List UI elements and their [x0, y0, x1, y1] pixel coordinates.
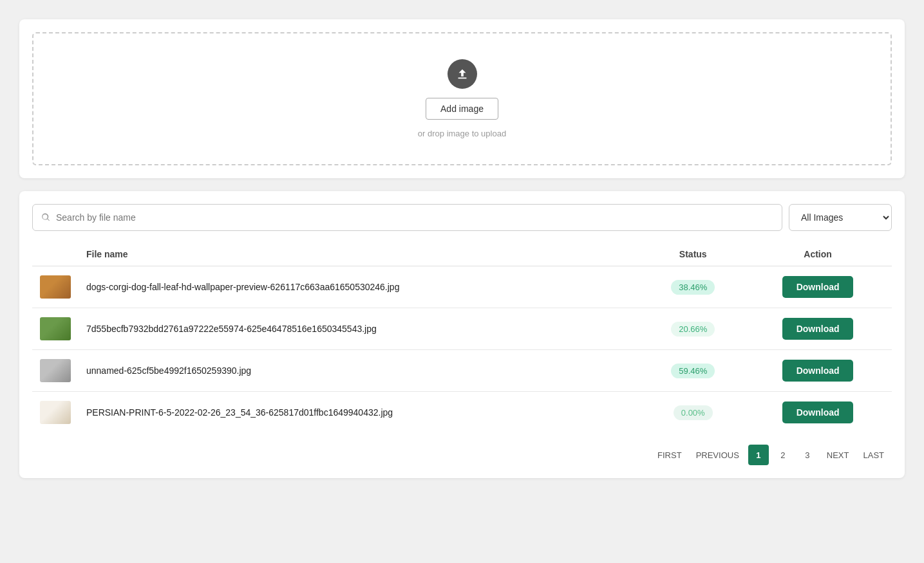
file-name-cell: PERSIAN-PRINT-6-5-2022-02-26_23_54_36-62…	[79, 392, 642, 434]
upload-icon	[448, 59, 477, 89]
table-row: unnamed-625cf5be4992f1650259390.jpg59.46…	[32, 350, 892, 392]
status-badge: 20.66%	[671, 322, 715, 337]
action-cell: Download	[744, 392, 892, 434]
download-button-3[interactable]: Download	[782, 360, 853, 382]
prev-page-button[interactable]: PREVIOUS	[691, 447, 744, 464]
filter-select[interactable]: All ImagesJPGPNGGIFWebP	[789, 204, 892, 231]
search-input[interactable]	[56, 212, 774, 223]
file-name-text: 7d55becfb7932bdd2761a97222e55974-625e464…	[86, 324, 377, 334]
upload-zone[interactable]: Add image or drop image to upload	[32, 32, 892, 165]
file-name-cell: unnamed-625cf5be4992f1650259390.jpg	[79, 350, 642, 392]
file-thumb-cell	[32, 308, 79, 350]
status-cell: 38.46%	[642, 266, 744, 308]
file-name-text: dogs-corgi-dog-fall-leaf-hd-wallpaper-pr…	[86, 282, 399, 292]
action-cell: Download	[744, 266, 892, 308]
file-thumb-cell	[32, 266, 79, 308]
table-row: dogs-corgi-dog-fall-leaf-hd-wallpaper-pr…	[32, 266, 892, 308]
col-filename-header: File name	[79, 243, 642, 266]
status-cell: 0.00%	[642, 392, 744, 434]
file-name-text: PERSIAN-PRINT-6-5-2022-02-26_23_54_36-62…	[86, 407, 393, 418]
file-table: File name Status Action dogs-corgi-dog-f…	[32, 243, 892, 433]
add-image-button[interactable]: Add image	[426, 98, 498, 120]
last-page-button[interactable]: LAST	[858, 447, 889, 464]
col-thumb-header	[32, 243, 79, 266]
status-badge: 59.46%	[671, 364, 715, 378]
page-3-button[interactable]: 3	[797, 445, 818, 465]
action-cell: Download	[744, 308, 892, 350]
search-wrapper	[32, 204, 782, 231]
file-name-cell: dogs-corgi-dog-fall-leaf-hd-wallpaper-pr…	[79, 266, 642, 308]
table-row: 7d55becfb7932bdd2761a97222e55974-625e464…	[32, 308, 892, 350]
thumb-image	[40, 401, 71, 424]
search-bar: All ImagesJPGPNGGIFWebP	[32, 204, 892, 231]
status-cell: 20.66%	[642, 308, 744, 350]
status-badge: 38.46%	[671, 280, 715, 295]
thumb-image	[40, 317, 71, 340]
file-name-text: unnamed-625cf5be4992f1650259390.jpg	[86, 365, 251, 376]
search-icon	[41, 212, 51, 223]
col-status-header: Status	[642, 243, 744, 266]
page-2-button[interactable]: 2	[773, 445, 793, 465]
thumb-image	[40, 275, 71, 299]
file-thumb-cell	[32, 350, 79, 392]
table-header-row: File name Status Action	[32, 243, 892, 266]
file-name-cell: 7d55becfb7932bdd2761a97222e55974-625e464…	[79, 308, 642, 350]
file-thumb-cell	[32, 392, 79, 434]
drop-hint-text: or drop image to upload	[418, 129, 506, 138]
upload-card: Add image or drop image to upload	[19, 19, 905, 178]
thumb-image	[40, 359, 71, 382]
table-row: PERSIAN-PRINT-6-5-2022-02-26_23_54_36-62…	[32, 392, 892, 434]
page-1-button[interactable]: 1	[748, 445, 769, 465]
action-cell: Download	[744, 350, 892, 392]
list-card: All ImagesJPGPNGGIFWebP File name Status…	[19, 191, 905, 478]
download-button-1[interactable]: Download	[782, 276, 853, 298]
first-page-button[interactable]: FIRST	[652, 447, 687, 464]
next-page-button[interactable]: NEXT	[822, 447, 854, 464]
pagination: FIRST PREVIOUS 1 2 3 NEXT LAST	[32, 445, 892, 465]
download-button-4[interactable]: Download	[782, 401, 853, 423]
status-badge: 0.00%	[674, 405, 713, 420]
download-button-2[interactable]: Download	[782, 318, 853, 340]
col-action-header: Action	[744, 243, 892, 266]
status-cell: 59.46%	[642, 350, 744, 392]
